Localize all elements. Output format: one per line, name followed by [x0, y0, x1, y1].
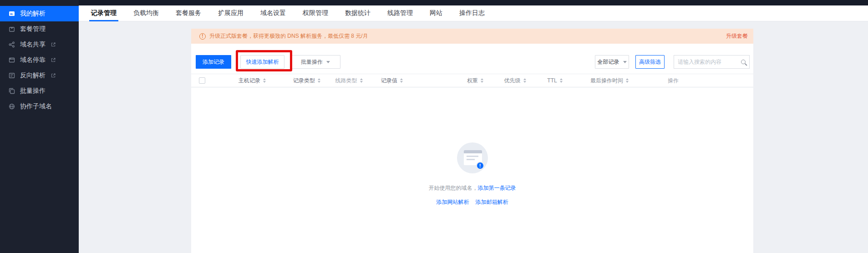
sidebar-item-domain-parking[interactable]: 域名停靠	[0, 52, 79, 68]
sidebar-item-label: 批量操作	[20, 87, 46, 95]
column-label: 记录类型	[293, 77, 315, 85]
sort-icon[interactable]	[560, 78, 563, 83]
column-label: 记录值	[381, 77, 397, 85]
batch-operation-dropdown[interactable]: 批量操作	[290, 55, 340, 69]
empty-state-message: 开始使用您的域名，添加第一条记录	[191, 184, 753, 192]
empty-records-icon: !	[457, 142, 488, 173]
tab-plan-services[interactable]: 套餐服务	[176, 5, 201, 21]
column-label: 优先级	[504, 77, 521, 85]
tab-record-management[interactable]: 记录管理	[91, 5, 117, 21]
tab-data-statistics[interactable]: 数据统计	[345, 5, 371, 21]
sort-icon[interactable]	[523, 78, 526, 83]
tab-operation-log[interactable]: 操作日志	[459, 5, 485, 21]
column-label: 线路类型	[335, 77, 357, 85]
copy-icon	[8, 87, 15, 95]
tab-website[interactable]: 网站	[430, 5, 442, 21]
sidebar-item-reverse-dns[interactable]: 反向解析	[0, 68, 79, 83]
sort-icon[interactable]	[263, 78, 266, 83]
column-label: 权重	[467, 77, 478, 85]
column-header-host[interactable]: 主机记录	[220, 77, 284, 85]
column-header-weight[interactable]: 权重	[455, 77, 496, 85]
column-header-last-operated[interactable]: 最后操作时间	[575, 77, 644, 85]
tab-load-balancing[interactable]: 负载均衡	[133, 5, 159, 21]
empty-state-quick-links: 添加网站解析 添加邮箱解析	[191, 198, 753, 206]
upgrade-banner-text: 升级正式版套餐，获得更极致的 DNS 解析服务，最低仅需 8 元/月	[209, 32, 368, 40]
search-icon[interactable]	[741, 60, 746, 64]
sidebar-item-batch-operations[interactable]: 批量操作	[0, 83, 79, 99]
select-all-cell	[191, 77, 220, 84]
svg-text:w.: w.	[10, 12, 13, 15]
chevron-down-icon	[326, 61, 330, 63]
upgrade-plan-link[interactable]: 升级套餐	[726, 32, 748, 40]
share-icon	[8, 41, 15, 48]
sidebar-item-label: 协作子域名	[20, 102, 52, 111]
column-header-priority[interactable]: 优先级	[496, 77, 534, 85]
column-label: 最后操作时间	[590, 77, 623, 85]
chevron-down-icon	[623, 61, 627, 63]
sidebar-item-label: 域名共享	[20, 40, 46, 49]
record-toolbar: 添加记录 快速添加解析 批量操作 全部记录 高级筛选	[196, 55, 750, 69]
toolbar-right-group: 全部记录 高级筛选	[595, 55, 750, 69]
warning-circle-icon: !	[199, 33, 206, 40]
search-input[interactable]	[678, 59, 738, 65]
sort-icon[interactable]	[626, 78, 629, 83]
content-area: ! 升级正式版套餐，获得更极致的 DNS 解析服务，最低仅需 8 元/月 升级套…	[79, 21, 868, 253]
sidebar-item-collab-subdomain[interactable]: 协作子域名	[0, 99, 79, 114]
empty-lead-text: 开始使用您的域名，	[429, 185, 478, 191]
add-first-record-link[interactable]: 添加第一条记录	[478, 185, 516, 191]
sort-icon[interactable]	[360, 78, 363, 83]
batch-operation-label: 批量操作	[301, 58, 323, 66]
exclamation-badge-icon: !	[476, 162, 484, 170]
dns-console-screen: w. 我的解析 套餐管理 域名共享 域名停靠	[0, 0, 868, 253]
column-label: 主机记录	[239, 77, 260, 85]
column-header-line-type[interactable]: 线路类型	[330, 77, 368, 85]
tab-bar: 记录管理 负载均衡 套餐服务 扩展应用 域名设置 权限管理 数据统计 线路管理 …	[79, 5, 868, 21]
my-dns-icon: w.	[8, 10, 15, 17]
record-type-filter-dropdown[interactable]: 全部记录	[595, 55, 629, 69]
sort-icon[interactable]	[481, 78, 483, 83]
quick-add-dns-button[interactable]: 快速添加解析	[240, 55, 284, 69]
empty-state: ! 开始使用您的域名，添加第一条记录 添加网站解析 添加邮箱解析	[191, 142, 753, 206]
column-header-ttl[interactable]: TTL	[534, 77, 575, 84]
add-website-dns-link[interactable]: 添加网站解析	[437, 198, 469, 206]
upgrade-banner: ! 升级正式版套餐，获得更极致的 DNS 解析服务，最低仅需 8 元/月 升级套…	[191, 29, 753, 44]
sidebar: w. 我的解析 套餐管理 域名共享 域名停靠	[0, 0, 79, 253]
add-mail-dns-link[interactable]: 添加邮箱解析	[476, 198, 508, 206]
column-header-record-type[interactable]: 记录类型	[284, 77, 330, 85]
column-header-actions: 操作	[644, 77, 703, 85]
sidebar-item-label: 域名停靠	[20, 56, 46, 64]
globe-icon	[8, 103, 15, 110]
record-type-filter-label: 全部记录	[598, 58, 619, 66]
sidebar-item-label: 反向解析	[20, 71, 46, 80]
tab-domain-settings[interactable]: 域名设置	[260, 5, 286, 21]
external-link-icon	[51, 42, 56, 47]
top-nav-strip	[0, 0, 868, 5]
sidebar-item-label: 套餐管理	[20, 25, 46, 33]
record-table-header: 主机记录 记录类型 线路类型 记录值 权重	[191, 74, 753, 87]
external-link-icon	[51, 73, 56, 78]
sidebar-item-label: 我的解析	[20, 10, 46, 18]
tab-permission-management[interactable]: 权限管理	[303, 5, 328, 21]
search-box	[674, 55, 750, 69]
advanced-filter-button[interactable]: 高级筛选	[635, 55, 665, 69]
package-icon	[8, 25, 15, 33]
record-panel: ! 升级正式版套餐，获得更极致的 DNS 解析服务，最低仅需 8 元/月 升级套…	[191, 29, 753, 253]
add-record-button[interactable]: 添加记录	[196, 55, 231, 69]
column-label: TTL	[547, 77, 557, 84]
sidebar-item-domain-share[interactable]: 域名共享	[0, 37, 79, 52]
tab-extended-apps[interactable]: 扩展应用	[218, 5, 244, 21]
document-icon	[8, 72, 15, 79]
sort-icon[interactable]	[400, 78, 403, 83]
sidebar-item-my-dns[interactable]: w. 我的解析	[0, 6, 79, 21]
tab-line-management[interactable]: 线路管理	[387, 5, 413, 21]
sidebar-item-package[interactable]: 套餐管理	[0, 21, 79, 37]
column-label: 操作	[668, 77, 679, 85]
external-link-icon	[51, 58, 56, 62]
select-all-checkbox[interactable]	[199, 77, 205, 84]
browser-window-icon	[8, 56, 15, 64]
sort-icon[interactable]	[318, 78, 320, 83]
column-header-record-value[interactable]: 记录值	[368, 77, 455, 85]
